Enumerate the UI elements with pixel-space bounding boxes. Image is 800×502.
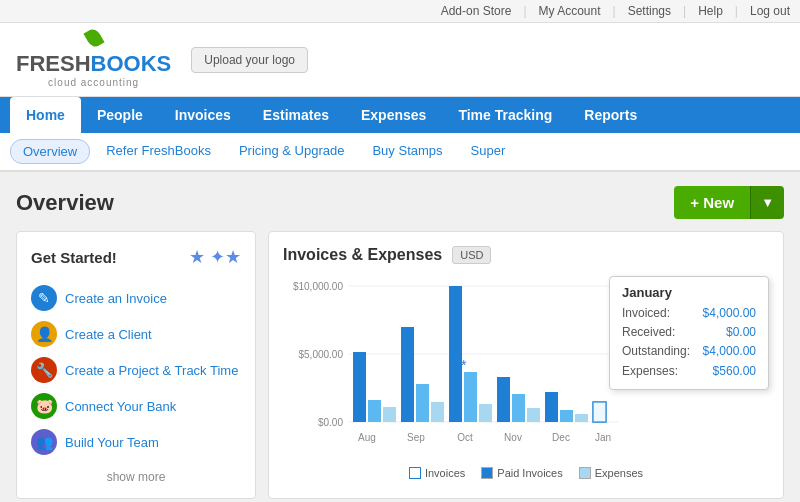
get-started-card: Get Started! ★ ✦★ ✎ Create an Invoice 👤 … (16, 231, 256, 499)
my-account-link[interactable]: My Account (539, 4, 601, 18)
legend-expenses: Expenses (579, 467, 643, 479)
team-icon: 👥 (31, 429, 57, 455)
addon-store-link[interactable]: Add-on Store (441, 4, 512, 18)
svg-text:Oct: Oct (457, 432, 473, 443)
nav-time-tracking[interactable]: Time Tracking (442, 97, 568, 133)
tooltip-received-label: Received: (622, 323, 675, 342)
bar-aug-paid (368, 400, 381, 422)
bar-nov-expense (527, 408, 540, 422)
top-bar: Add-on Store | My Account | Settings | H… (0, 0, 800, 23)
tooltip-outstanding-value: $4,000.00 (703, 342, 756, 361)
chart-title: Invoices & Expenses (283, 246, 442, 264)
upload-logo-button[interactable]: Upload your logo (191, 47, 308, 73)
logo: FRESHBOOKS cloud accounting (16, 31, 171, 88)
content-header: Overview + New ▼ (16, 186, 784, 219)
connect-bank-link[interactable]: 🐷 Connect Your Bank (31, 388, 241, 424)
logo-books: BOOKS (91, 51, 172, 76)
chart-header: Invoices & Expenses USD (283, 246, 769, 264)
nav-invoices[interactable]: Invoices (159, 97, 247, 133)
svg-text:Aug: Aug (358, 432, 376, 443)
subnav-super[interactable]: Super (459, 139, 518, 164)
bank-icon: 🐷 (31, 393, 57, 419)
tagline: cloud accounting (48, 77, 139, 88)
bar-chart-svg: $10,000.00 $5,000.00 $0.00 (283, 276, 623, 461)
subnav-stamps[interactable]: Buy Stamps (360, 139, 454, 164)
project-icon: 🔧 (31, 357, 57, 383)
client-icon: 👤 (31, 321, 57, 347)
legend-invoices-box (409, 467, 421, 479)
show-more-link[interactable]: show more (31, 470, 241, 484)
legend-invoices: Invoices (409, 467, 465, 479)
nav-expenses[interactable]: Expenses (345, 97, 442, 133)
new-button-group: + New ▼ (674, 186, 784, 219)
bar-oct-invoiced (449, 286, 462, 422)
tooltip-invoiced-value: $4,000.00 (703, 304, 756, 323)
subnav-overview[interactable]: Overview (10, 139, 90, 164)
bar-dec-paid (560, 410, 573, 422)
create-client-link[interactable]: 👤 Create a Client (31, 316, 241, 352)
new-button[interactable]: + New (674, 186, 750, 219)
tooltip-received-value: $0.00 (726, 323, 756, 342)
help-link[interactable]: Help (698, 4, 723, 18)
legend-paid-invoices: Paid Invoices (481, 467, 562, 479)
create-invoice-link[interactable]: ✎ Create an Invoice (31, 280, 241, 316)
create-project-link[interactable]: 🔧 Create a Project & Track Time (31, 352, 241, 388)
tooltip-outstanding-label: Outstanding: (622, 342, 690, 361)
bar-aug-expense (383, 407, 396, 422)
nav-reports[interactable]: Reports (568, 97, 653, 133)
svg-rect-6 (593, 402, 606, 422)
svg-text:Nov: Nov (504, 432, 522, 443)
nav-estimates[interactable]: Estimates (247, 97, 345, 133)
chart-card: Invoices & Expenses USD January Invoiced… (268, 231, 784, 499)
bar-dec-expense (575, 414, 588, 422)
bar-nov-paid (512, 394, 525, 422)
page-title: Overview (16, 190, 114, 216)
bar-oct-paid (464, 372, 477, 422)
bar-sep-paid (416, 384, 429, 422)
chart-tooltip: January Invoiced: $4,000.00 Received: $0… (609, 276, 769, 390)
legend-paid-box (481, 467, 493, 479)
svg-text:Dec: Dec (552, 432, 570, 443)
nav-home[interactable]: Home (10, 97, 81, 133)
bar-sep-invoiced (401, 327, 414, 422)
chart-area: January Invoiced: $4,000.00 Received: $0… (283, 276, 769, 476)
tooltip-invoiced-label: Invoiced: (622, 304, 670, 323)
logout-link[interactable]: Log out (750, 4, 790, 18)
new-button-dropdown[interactable]: ▼ (750, 186, 784, 219)
sub-nav: Overview Refer FreshBooks Pricing & Upgr… (0, 133, 800, 172)
invoice-icon: ✎ (31, 285, 57, 311)
tooltip-month: January (622, 285, 756, 300)
content-area: Overview + New ▼ Get Started! ★ ✦★ ✎ Cre… (0, 172, 800, 502)
svg-text:$10,000.00: $10,000.00 (293, 281, 343, 292)
bar-nov-invoiced (497, 377, 510, 422)
asterisk-icon: * (461, 357, 467, 373)
tooltip-expenses-label: Expenses: (622, 362, 678, 381)
settings-link[interactable]: Settings (628, 4, 671, 18)
svg-text:$5,000.00: $5,000.00 (299, 349, 344, 360)
svg-text:Jan: Jan (595, 432, 611, 443)
tooltip-expenses-value: $560.00 (713, 362, 756, 381)
bar-sep-expense (431, 402, 444, 422)
svg-text:Sep: Sep (407, 432, 425, 443)
get-started-title: Get Started! (31, 249, 117, 266)
legend-expenses-box (579, 467, 591, 479)
header: FRESHBOOKS cloud accounting Upload your … (0, 23, 800, 97)
main-nav: Home People Invoices Estimates Expenses … (0, 97, 800, 133)
build-team-link[interactable]: 👥 Build Your Team (31, 424, 241, 460)
nav-people[interactable]: People (81, 97, 159, 133)
bar-dec-invoiced (545, 392, 558, 422)
subnav-pricing[interactable]: Pricing & Upgrade (227, 139, 357, 164)
bar-aug-invoiced (353, 352, 366, 422)
chart-legend: Invoices Paid Invoices Expenses (283, 467, 769, 479)
subnav-refer[interactable]: Refer FreshBooks (94, 139, 223, 164)
leaf-icon (83, 27, 104, 50)
svg-text:$0.00: $0.00 (318, 417, 343, 428)
currency-badge: USD (452, 246, 491, 264)
stars-icon: ★ ✦★ (189, 246, 241, 268)
bar-oct-expense (479, 404, 492, 422)
logo-fresh: FRESH (16, 51, 91, 76)
main-columns: Get Started! ★ ✦★ ✎ Create an Invoice 👤 … (16, 231, 784, 499)
